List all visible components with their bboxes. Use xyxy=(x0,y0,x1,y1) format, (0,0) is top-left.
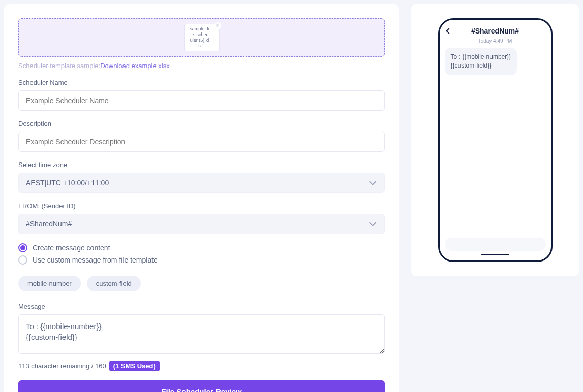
home-indicator xyxy=(481,254,509,255)
radio-icon xyxy=(18,255,27,265)
chevron-down-icon xyxy=(369,178,376,185)
form-card: sample_file_scheduler (5).xls × Schedule… xyxy=(4,4,399,392)
sender-select[interactable]: #SharedNum# xyxy=(18,214,385,234)
phone-timestamp: Today 4:49 PM xyxy=(445,38,546,44)
phone-header: #SharedNum# xyxy=(445,27,546,35)
file-scheduler-review-button[interactable]: File Scheduler Review xyxy=(18,380,385,392)
radio-icon xyxy=(18,243,27,252)
template-sample-line: Scheduler template sample:Download examp… xyxy=(18,62,385,70)
radio-create-content[interactable]: Create message content xyxy=(18,243,385,252)
radio-file-label: Use custom message from file template xyxy=(33,256,158,264)
sms-used-badge: (1 SMS Used) xyxy=(109,361,160,371)
merge-field-pills: mobile-number custom-field xyxy=(18,276,385,291)
radio-use-file-template[interactable]: Use custom message from file template xyxy=(18,255,385,265)
message-source-radios: Create message content Use custom messag… xyxy=(18,243,385,265)
description-input[interactable] xyxy=(18,132,385,152)
uploaded-file-chip: sample_file_scheduler (5).xls × xyxy=(184,24,220,51)
description-label: Description xyxy=(18,120,385,127)
timezone-label: Select time zone xyxy=(18,161,385,169)
character-counter: 113 character remaining / 160 (1 SMS Use… xyxy=(18,361,385,371)
message-label: Message xyxy=(18,303,385,310)
chevron-down-icon xyxy=(369,219,376,226)
remove-file-icon[interactable]: × xyxy=(214,22,221,29)
timezone-select[interactable]: AEST|UTC +10:00/+11:00 xyxy=(18,173,385,193)
counter-text: 113 character remaining / 160 xyxy=(18,362,106,370)
phone-title: #SharedNum# xyxy=(471,27,519,35)
scheduler-name-input[interactable] xyxy=(18,90,385,111)
scheduler-name-label: Scheduler Name xyxy=(18,79,385,86)
phone-input-bar xyxy=(445,238,546,251)
message-bubble: To : {{mobile-number}} {{custom-field}} xyxy=(445,48,517,75)
sender-value: #SharedNum# xyxy=(26,220,72,228)
pill-mobile-number[interactable]: mobile-number xyxy=(18,276,81,291)
radio-create-label: Create message content xyxy=(33,244,110,252)
back-icon xyxy=(446,28,451,34)
template-sample-prefix: Scheduler template sample: xyxy=(18,62,100,70)
preview-card: #SharedNum# Today 4:49 PM To : {{mobile-… xyxy=(411,4,579,276)
pill-custom-field[interactable]: custom-field xyxy=(87,276,141,291)
message-textarea[interactable] xyxy=(18,314,385,354)
file-dropzone[interactable]: sample_file_scheduler (5).xls × xyxy=(18,18,385,57)
uploaded-file-name: sample_file_scheduler (5).xls xyxy=(190,26,209,48)
download-example-link[interactable]: Download example xlsx xyxy=(100,62,170,70)
phone-preview: #SharedNum# Today 4:49 PM To : {{mobile-… xyxy=(438,18,553,262)
sender-label: FROM: (Sender ID) xyxy=(18,202,385,210)
timezone-value: AEST|UTC +10:00/+11:00 xyxy=(26,179,109,187)
